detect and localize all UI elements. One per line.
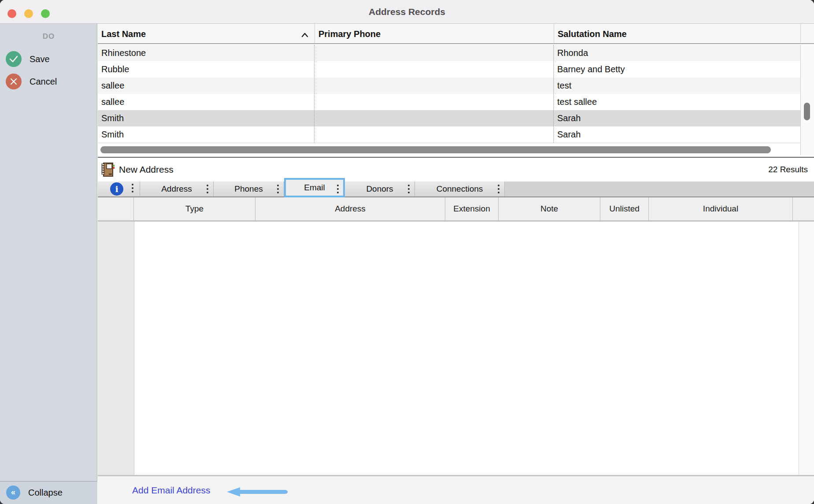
email-column-header-rowheader — [98, 197, 134, 220]
tab-menu-ellipsis-icon[interactable] — [498, 185, 500, 186]
table-row[interactable]: sallee test — [98, 78, 800, 94]
email-table-scrollbar-track[interactable] — [799, 222, 814, 475]
add-email-address-link[interactable]: Add Email Address — [132, 476, 210, 504]
cell-last-name: sallee — [101, 78, 124, 94]
email-column-header-address[interactable]: Address — [255, 197, 445, 220]
column-header-spacer — [800, 24, 814, 44]
title-bar: Address Records — [0, 0, 814, 24]
cancel-button[interactable]: Cancel — [30, 74, 57, 89]
email-column-header-unlisted[interactable]: Unlisted — [600, 197, 649, 220]
cell-salutation-name: Rhonda — [557, 45, 588, 61]
table-row[interactable]: Smith Sarah — [98, 126, 800, 143]
email-column-header-individual[interactable]: Individual — [649, 197, 793, 220]
email-table-header-rule — [98, 220, 814, 222]
tab-address[interactable]: Address — [140, 182, 214, 196]
column-header-label: Salutation Name — [558, 29, 627, 39]
column-header-salutation-name[interactable]: Salutation Name — [554, 24, 800, 44]
table-row[interactable]: Rhinestone Rhonda — [98, 45, 800, 61]
horizontal-scrollbar-thumb[interactable] — [100, 146, 771, 153]
tab-label: Email — [304, 183, 325, 193]
cell-last-name: Rhinestone — [101, 45, 146, 61]
email-column-header-note[interactable]: Note — [499, 197, 600, 220]
tab-menu-ellipsis-icon[interactable] — [207, 185, 208, 186]
tab-connections[interactable]: Connections — [415, 182, 505, 196]
cell-salutation-name: Sarah — [557, 110, 581, 126]
tab-donors[interactable]: Donors — [345, 182, 415, 196]
sort-ascending-icon — [301, 31, 308, 36]
email-table-row-header-column — [98, 222, 134, 475]
address-book-icon — [100, 162, 115, 177]
info-icon[interactable]: i — [110, 182, 123, 196]
app-window: Address Records DO Save Cancel « Collaps… — [0, 0, 814, 504]
collapse-button[interactable]: Collapse — [28, 485, 63, 500]
tab-label: Phones — [234, 184, 263, 194]
cell-last-name: Rubble — [101, 61, 129, 78]
tab-label: Donors — [366, 184, 393, 194]
email-column-header-type[interactable]: Type — [134, 197, 255, 220]
detail-header-band — [98, 158, 814, 182]
column-header-label: Note — [540, 204, 558, 213]
column-header-label: Extension — [453, 204, 490, 213]
cell-last-name: Smith — [101, 110, 124, 126]
save-check-icon[interactable] — [6, 51, 22, 67]
results-count: 22 Results — [768, 158, 808, 182]
cell-last-name: Smith — [101, 126, 124, 143]
column-header-label: Type — [185, 204, 204, 213]
vertical-scrollbar-track[interactable] — [800, 45, 814, 155]
cell-salutation-name: test sallee — [557, 94, 597, 110]
column-header-label: Primary Phone — [318, 29, 381, 39]
tab-phones[interactable]: Phones — [214, 182, 284, 196]
cell-last-name: sallee — [101, 94, 124, 110]
column-separator — [553, 45, 554, 143]
column-header-label: Unlisted — [609, 204, 640, 213]
tab-menu-ellipsis-icon[interactable] — [408, 185, 410, 186]
column-header-label: Last Name — [101, 29, 146, 39]
column-header-primary-phone[interactable]: Primary Phone — [314, 24, 554, 44]
tab-menu-ellipsis-icon[interactable] — [277, 185, 279, 186]
vertical-scrollbar-thumb[interactable] — [804, 103, 810, 120]
table-row[interactable]: sallee test sallee — [98, 94, 800, 110]
cancel-x-icon[interactable] — [6, 74, 22, 89]
column-separator — [314, 45, 314, 143]
column-header-label: Individual — [703, 204, 738, 213]
table-row[interactable]: Rubble Barney and Betty — [98, 61, 800, 78]
column-header-last-name[interactable]: Last Name — [98, 24, 314, 44]
save-button[interactable]: Save — [30, 51, 50, 67]
window-title: Address Records — [0, 0, 814, 23]
collapse-chevrons-icon[interactable]: « — [6, 485, 20, 500]
tab-email-selected[interactable]: Email — [284, 178, 345, 197]
tab-label: Connections — [437, 184, 483, 194]
sidebar — [0, 24, 97, 504]
cell-salutation-name: Sarah — [557, 126, 581, 143]
column-header-label: Address — [335, 204, 366, 213]
annotation-arrow-icon — [226, 486, 288, 497]
info-menu-ellipsis-icon[interactable] — [132, 184, 133, 185]
cell-salutation-name: Barney and Betty — [557, 61, 625, 78]
table-row-selected[interactable]: Smith Sarah — [98, 110, 800, 126]
sidebar-section-label: DO — [0, 31, 97, 42]
cell-salutation-name: test — [557, 78, 571, 94]
email-column-header-spacer — [793, 197, 814, 220]
detail-title: New Address — [119, 158, 174, 182]
tab-label: Address — [161, 184, 192, 194]
email-column-header-extension[interactable]: Extension — [445, 197, 499, 220]
tab-menu-ellipsis-icon[interactable] — [337, 185, 339, 186]
